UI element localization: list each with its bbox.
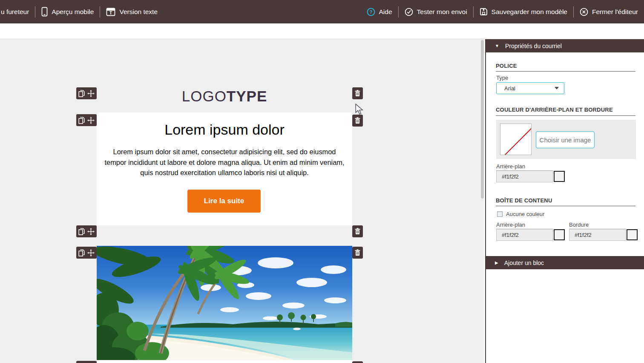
chevron-down-icon (555, 87, 559, 89)
delete-block-button-image[interactable] (352, 247, 363, 259)
trash-icon (355, 228, 360, 235)
font-type-label: Type (496, 75, 508, 81)
add-block-panel-header[interactable]: ▶ Ajouter un bloc (486, 256, 644, 269)
email-canvas: LOGOTYPE Lorem ipsum dolor Lorem ipsum d… (0, 39, 485, 363)
section-divider (496, 115, 635, 116)
background-image-panel: Choisir une image (496, 120, 636, 159)
browser-preview-label: u fureteur (1, 8, 29, 16)
delete-block-button-article-1[interactable] (352, 115, 363, 127)
canvas-scrollbar-thumb[interactable] (481, 40, 484, 199)
no-image-placeholder (500, 124, 532, 155)
content-bg-swatch[interactable] (554, 229, 565, 240)
background-color-input[interactable] (496, 170, 553, 182)
move-block-icon[interactable] (87, 90, 95, 97)
add-block-panel-title: Ajouter un bloc (504, 259, 544, 266)
block-controls-article-1 (76, 114, 97, 126)
properties-panel-header[interactable]: ▼ Propriétés du courriel (486, 39, 644, 52)
toolbar-divider (573, 6, 574, 17)
logo-block[interactable]: LOGOTYPE (97, 80, 352, 112)
choose-image-button[interactable]: Choisir une image (536, 131, 595, 148)
content-border-swatch[interactable] (627, 229, 638, 240)
content-bg-label: Arrière-plan (496, 222, 525, 228)
email-editor-window: u fureteur Aperçu mobile T Version texte (0, 0, 644, 363)
section-divider (496, 71, 635, 72)
font-type-dropdown[interactable]: Arial (496, 82, 564, 94)
duplicate-block-icon[interactable] (78, 249, 85, 256)
trash-icon (355, 249, 360, 256)
duplicate-block-icon[interactable] (78, 228, 85, 235)
text-version-label: Version texte (119, 8, 158, 16)
beach-image-block[interactable] (97, 246, 352, 360)
toolbar-divider (35, 6, 35, 17)
mobile-preview-label: Aperçu mobile (52, 8, 94, 16)
duplicate-block-icon[interactable] (78, 90, 85, 97)
save-template-button[interactable]: Sauvegarder mon modèle (480, 8, 567, 16)
text-version-button[interactable]: T Version texte (106, 8, 158, 16)
read-more-button[interactable]: Lire la suite (187, 190, 261, 213)
background-color-swatch[interactable] (554, 171, 565, 182)
block-controls-article-2 (76, 361, 97, 363)
test-send-label: Tester mon envoi (417, 8, 467, 16)
trash-icon (355, 90, 360, 97)
move-block-icon[interactable] (87, 117, 95, 124)
svg-text:T: T (109, 11, 112, 15)
collapse-arrow-icon: ▼ (495, 43, 499, 48)
content-bg-input[interactable] (496, 229, 553, 241)
block-controls-spacer (76, 225, 97, 237)
article-block-1[interactable]: Lorem ipsum dolor Lorem ipsum dolor sit … (97, 112, 352, 225)
properties-sidebar: ▼ Propriétés du courriel POLICE Type Ari… (485, 39, 644, 363)
mobile-icon (41, 7, 48, 17)
background-color-label: Arrière-plan (496, 163, 525, 170)
logo-text-light: LOGO (182, 88, 227, 104)
test-send-button[interactable]: Tester mon envoi (405, 8, 467, 16)
delete-block-button-spacer[interactable] (352, 225, 363, 237)
delete-block-button-logo[interactable] (352, 87, 363, 99)
options-bar: Afficher le lien vers la version en lign… (0, 23, 644, 39)
toolbar-divider (398, 6, 399, 17)
article-block-2[interactable]: Lorem ipsum dolor Lorem ipsum dolor sit … (97, 360, 352, 363)
toolbar-divider (100, 6, 100, 17)
help-label: Aide (379, 8, 392, 16)
top-toolbar: u fureteur Aperçu mobile T Version texte (0, 0, 644, 23)
expand-arrow-icon: ▶ (495, 260, 498, 265)
article-1-heading: Lorem ipsum dolor (97, 112, 352, 138)
help-button[interactable]: ? Aide (367, 8, 392, 16)
beach-image (97, 246, 352, 360)
browser-preview-button[interactable]: u fureteur (1, 8, 29, 16)
block-controls-logo (76, 87, 97, 99)
check-circle-icon (405, 8, 413, 16)
trash-icon (355, 117, 360, 124)
block-controls-image (76, 247, 97, 259)
no-color-label: Aucune couleur (506, 211, 544, 217)
help-icon: ? (367, 8, 375, 16)
text-version-icon: T (106, 8, 115, 16)
article-1-body: Lorem ipsum dolor sit amet, consectetur … (102, 147, 347, 178)
properties-panel-title: Propriétés du courriel (505, 43, 562, 49)
close-editor-label: Fermer l'éditeur (592, 8, 638, 16)
close-editor-button[interactable]: Fermer l'éditeur (580, 8, 638, 16)
logo-text-bold: TYPE (227, 88, 267, 104)
content-border-label: Bordure (569, 222, 589, 228)
content-box-section-title: BOÎTE DE CONTENU (496, 197, 552, 204)
font-type-value: Arial (504, 85, 555, 92)
section-divider (496, 206, 635, 206)
svg-text:?: ? (369, 9, 372, 14)
mobile-preview-button[interactable]: Aperçu mobile (41, 7, 94, 17)
close-circle-icon (580, 8, 588, 16)
content-border-input[interactable] (569, 229, 626, 241)
save-template-label: Sauvegarder mon modèle (492, 8, 567, 16)
delete-block-button-article-2[interactable] (352, 361, 363, 363)
toolbar-divider (473, 6, 474, 17)
save-icon (480, 8, 488, 16)
article-2-heading: Lorem ipsum dolor (97, 360, 352, 363)
font-section-title: POLICE (496, 63, 517, 69)
no-color-checkbox[interactable] (497, 211, 503, 217)
logo-text: LOGOTYPE (182, 88, 267, 105)
move-block-icon[interactable] (87, 228, 95, 235)
move-block-icon[interactable] (87, 249, 95, 256)
duplicate-block-icon[interactable] (78, 117, 85, 124)
background-section-title: COULEUR D'ARRIÈRE-PLAN ET BORDURE (496, 107, 613, 113)
